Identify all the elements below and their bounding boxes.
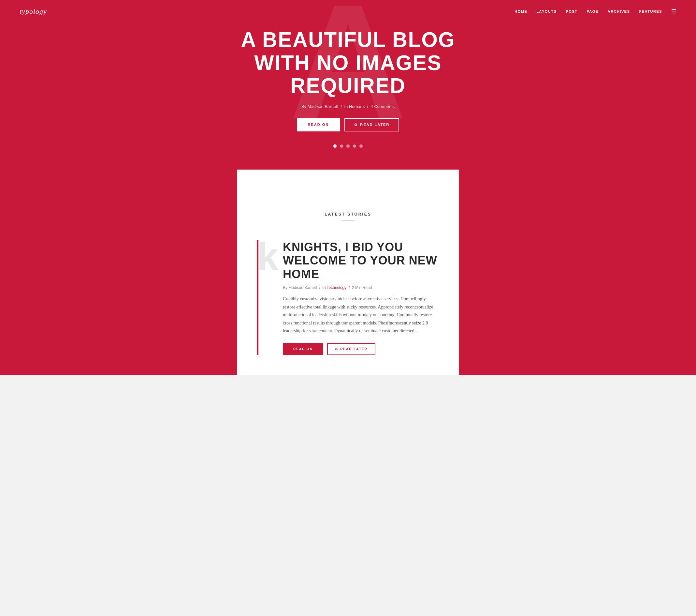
hero-read-later-button[interactable]: ⊘ READ LATER [344,118,399,132]
article-bg-letter: k [257,237,279,276]
content-inner: LATEST STORIES k KNIGHTS, I BID YOU WELC… [0,189,696,375]
bookmark-icon: ⊘ [354,123,358,127]
nav-post[interactable]: POST [566,10,578,13]
article-category[interactable]: In Technology [322,285,346,290]
article-read-on-button[interactable]: READ ON [283,343,323,355]
main-nav: typology HOME LAYOUTS POST PAGE ARCHIVES… [0,0,696,23]
hero-author: By Madison Barnett [301,104,338,109]
article-bookmark-icon: ⊘ [335,347,338,351]
hero-dots [333,144,363,148]
dot-1[interactable] [333,144,337,148]
latest-stories-header: LATEST STORIES [257,205,439,221]
article-content: KNIGHTS, I BID YOU WELCOME TO YOUR NEW H… [283,240,439,355]
article-title[interactable]: KNIGHTS, I BID YOU WELCOME TO YOUR NEW H… [283,240,439,281]
article-buttons: READ ON ⊘ READ LATER [283,343,439,355]
article-excerpt: Credibly customize visionary niches befo… [283,295,439,335]
left-red-strip [0,189,237,375]
dot-2[interactable] [340,144,343,148]
hero-category[interactable]: In Humans [344,104,365,109]
article-read-later-button[interactable]: ⊘ READ LATER [327,343,375,355]
content-area: LATEST STORIES k KNIGHTS, I BID YOU WELC… [0,189,696,375]
nav-features[interactable]: FEATURES [639,10,662,13]
hero-comments: 4 Comments [370,104,395,109]
hero-title: A BEAUTIFUL BLOG WITH NO IMAGES REQUIRED [218,28,478,97]
section-divider [342,220,354,221]
hamburger-menu-icon[interactable]: ☰ [671,8,677,15]
white-content-column: LATEST STORIES k KNIGHTS, I BID YOU WELC… [237,189,459,375]
dot-4[interactable] [353,144,356,148]
site-logo[interactable]: typology [19,7,47,16]
hero-white-overlap [237,170,459,189]
nav-archives[interactable]: ARCHIVES [608,10,630,13]
nav-home[interactable]: HOME [515,10,527,13]
page-wrapper: typology HOME LAYOUTS POST PAGE ARCHIVES… [0,0,696,375]
nav-page[interactable]: PAGE [586,10,598,13]
hero-read-on-button[interactable]: READ ON [297,118,340,132]
latest-stories-title: LATEST STORIES [257,212,439,217]
dot-3[interactable] [346,144,350,148]
hero-buttons: READ ON ⊘ READ LATER [297,118,399,132]
article-left-decoration: k [257,240,283,355]
transition-area [0,170,696,189]
article-read-time: 2 Min Read [352,285,372,290]
hero-meta: By Madison Barnett / In Humans / 4 Comme… [301,104,395,109]
hero-section: typology HOME LAYOUTS POST PAGE ARCHIVES… [0,0,696,170]
nav-layouts[interactable]: LAYOUTS [536,10,556,13]
article-meta: By Madison Barnett / In Technology / 2 M… [283,285,439,290]
right-red-strip [459,189,696,375]
article-author: By Madison Barnett [283,285,317,290]
dot-5[interactable] [359,144,363,148]
article-card: k KNIGHTS, I BID YOU WELCOME TO YOUR NEW… [257,231,439,355]
nav-links: HOME LAYOUTS POST PAGE ARCHIVES FEATURES… [515,8,677,15]
